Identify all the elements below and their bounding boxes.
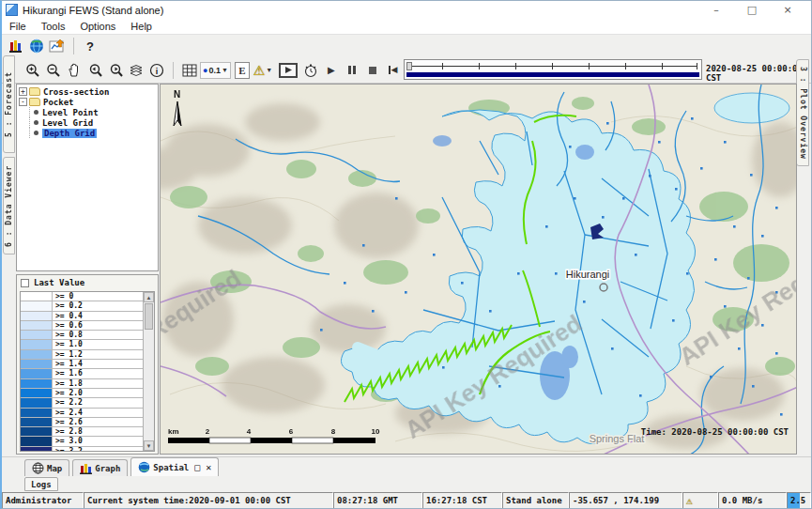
legend-row: >= 1.6	[21, 369, 143, 378]
status-coordinates: -35.657 , 174.199	[569, 492, 682, 509]
tab-close-icon[interactable]: ✕	[206, 462, 211, 472]
legend-row: >= 0.2	[21, 301, 143, 311]
legend-toggle-button[interactable]: E	[235, 62, 250, 79]
zoom-next-icon[interactable]	[106, 61, 125, 80]
svg-text:6: 6	[289, 427, 294, 436]
display-tab-bar: Map Graph Spatial □ ✕	[2, 456, 811, 476]
tree-item-cross-section[interactable]: + Cross-section	[17, 86, 158, 97]
timeline-thumb[interactable]	[406, 62, 412, 70]
logs-tab[interactable]: Logs	[24, 477, 58, 491]
legend-row: >= 0	[21, 292, 143, 301]
scroll-up-icon[interactable]: ▲	[144, 292, 154, 302]
town-label: Hikurangi	[566, 269, 609, 280]
thresholds-warning-dropdown[interactable]: ⚠ ▼	[251, 61, 275, 80]
tab-data-viewer[interactable]: 6 : Data Viewer	[3, 157, 15, 254]
status-system-time: Current system time:2020-09-01 00:00 CST	[84, 492, 333, 509]
scrollbar-thumb[interactable]	[145, 303, 153, 330]
animation-player-icon[interactable]	[279, 63, 298, 78]
status-mode: Stand alone	[502, 492, 569, 509]
menu-file[interactable]: File	[2, 20, 34, 33]
status-memory: 2.5 GB	[787, 492, 811, 509]
maximize-button[interactable]: □	[734, 1, 770, 19]
help-icon[interactable]: ?	[81, 37, 100, 55]
title-bar: Hikurangi FEWS (Stand alone) – □ ×	[2, 1, 811, 19]
folder-icon	[29, 87, 40, 96]
decimal-precision-dropdown[interactable]: ● 0.1 ▼	[200, 62, 231, 79]
layers-icon[interactable]	[127, 61, 146, 80]
close-button[interactable]: ×	[770, 1, 805, 19]
tree-item-level-point[interactable]: Level Point	[17, 107, 158, 117]
menu-options[interactable]: Options	[72, 20, 123, 33]
globe-icon[interactable]	[27, 37, 46, 55]
blue-globe-icon	[138, 461, 150, 473]
legend-row: >= 2.2	[21, 398, 143, 408]
menu-tools[interactable]: Tools	[34, 20, 73, 33]
play-button[interactable]: ▶	[322, 61, 341, 80]
spatial-display-icon[interactable]	[48, 37, 67, 55]
pause-button[interactable]	[343, 61, 361, 80]
database-icon[interactable]	[7, 37, 25, 55]
svg-text:10: 10	[372, 427, 380, 436]
tree-item-depth-grid[interactable]: Depth Grid	[17, 128, 158, 138]
tree-item-pocket[interactable]: - Pocket	[17, 97, 158, 107]
legend-row: >= 0.6	[21, 321, 143, 331]
node-bullet-icon	[34, 110, 38, 115]
folder-icon	[29, 98, 40, 106]
legend-row: >= 2.0	[21, 389, 143, 398]
tab-graph[interactable]: Graph	[72, 459, 128, 476]
stopwatch-icon[interactable]	[301, 61, 320, 80]
legend-row: >= 0.4	[21, 312, 143, 321]
legend-row: >= 2.4	[21, 409, 143, 418]
chevron-down-icon: ▼	[266, 67, 272, 73]
timeline-slider[interactable]	[404, 59, 702, 80]
tab-forecast[interactable]: 5 : Forecast	[3, 55, 15, 153]
map-viewport[interactable]: Hikurangi Springs Flat API Key Required …	[160, 84, 797, 455]
tab-spatial[interactable]: Spatial □ ✕	[130, 457, 219, 476]
status-user: Administrator	[2, 492, 84, 509]
legend-row: >= 1.8	[21, 379, 143, 389]
window-title: Hikurangi FEWS (Stand alone)	[23, 5, 163, 16]
legend-row: >= 2.8	[21, 427, 143, 437]
svg-text:8: 8	[331, 427, 336, 436]
status-download-speed: 0.0 MB/s	[718, 492, 787, 509]
node-bullet-icon	[34, 120, 38, 125]
tab-map[interactable]: Map	[24, 459, 69, 476]
logs-bar: Logs	[2, 476, 811, 492]
skip-start-button[interactable]: ◀	[384, 61, 403, 80]
last-value-checkbox[interactable]	[21, 279, 29, 287]
svg-text:i: i	[156, 66, 159, 75]
tab-maximize-icon[interactable]: □	[194, 462, 200, 472]
legend-row: >= 2.6	[21, 418, 143, 427]
zoom-out-icon[interactable]	[44, 61, 63, 80]
filter-tree-panel: + Cross-section - Pocket Level Point Lev…	[16, 84, 159, 271]
app-window: Hikurangi FEWS (Stand alone) – □ × File …	[0, 0, 812, 509]
info-icon[interactable]: i	[147, 61, 166, 80]
tab-plot-overview[interactable]: 3 : Plot Overview	[796, 59, 809, 166]
minimize-button[interactable]: –	[698, 1, 734, 19]
legend-scrollbar[interactable]: ▲ ▼	[143, 292, 154, 451]
main-toolbar: ?	[2, 35, 811, 57]
expand-icon[interactable]: +	[19, 87, 27, 96]
menu-bar: File Tools Options Help	[2, 19, 811, 35]
tree-item-level-grid[interactable]: Level Grid	[17, 117, 158, 128]
status-bar: Administrator Current system time:2020-0…	[2, 492, 811, 509]
legend-row: >= 1.4	[21, 360, 143, 369]
last-value-label: Last Value	[34, 278, 84, 287]
menu-help[interactable]: Help	[123, 20, 160, 33]
wireframe-globe-icon	[32, 462, 44, 474]
zoom-previous-icon[interactable]	[85, 61, 104, 80]
timeline-range-bar	[406, 72, 699, 77]
place-label: Springs Flat	[590, 433, 645, 444]
chevron-down-icon: ▼	[222, 67, 228, 73]
collapse-icon[interactable]: -	[19, 98, 27, 106]
svg-text:N: N	[174, 89, 180, 100]
stop-button[interactable]	[363, 61, 382, 80]
pan-hand-icon[interactable]	[65, 61, 84, 80]
legend-table: >= 0 >= 0.2 >= 0.4 >= 0.6 >= 0.8 >= 1.0 …	[20, 291, 155, 452]
timeline-ruler	[408, 66, 697, 67]
zoom-in-icon[interactable]	[23, 61, 42, 80]
bar-chart-icon	[80, 462, 92, 474]
status-warning[interactable]: ⚠	[682, 492, 718, 509]
grid-display-icon[interactable]	[180, 61, 199, 80]
scroll-down-icon[interactable]: ▼	[144, 440, 154, 451]
